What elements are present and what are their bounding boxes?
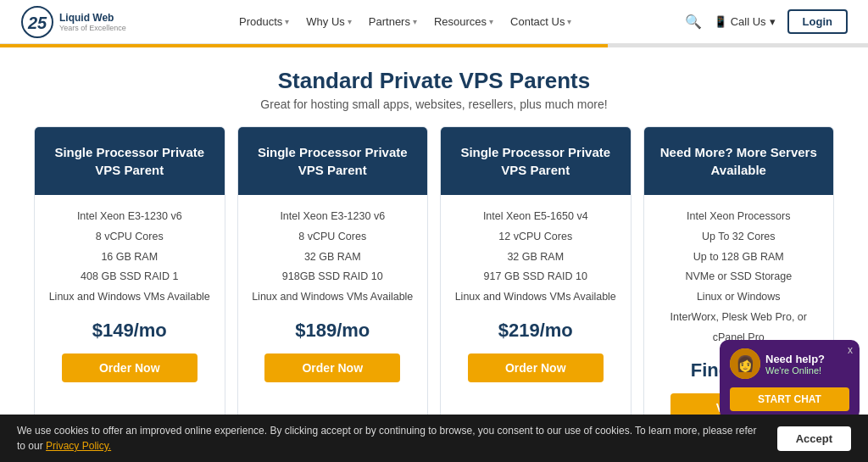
standard-section-subtitle: Great for hosting small apps, websites, … bbox=[34, 97, 834, 111]
start-chat-button[interactable]: START CHAT bbox=[730, 387, 849, 411]
card-3-header: Single Processor Private VPS Parent bbox=[441, 127, 631, 195]
card-1-body: Intel Xeon E3-1230 v6 8 vCPU Cores 16 GB… bbox=[35, 195, 225, 434]
cookie-text: We use cookies to offer an improved onli… bbox=[17, 423, 777, 454]
standard-card-2: Single Processor Private VPS Parent Inte… bbox=[237, 126, 429, 435]
card-4-specs: Intel Xeon Processors Up To 32 Cores Up … bbox=[658, 207, 821, 348]
chat-title: Need help? bbox=[765, 353, 825, 365]
chat-header: 👩 Need help? We're Online! bbox=[730, 348, 849, 379]
standard-section-title: Standard Private VPS Parents bbox=[34, 68, 834, 94]
logo-subtext: Years of Excellence bbox=[59, 24, 126, 32]
card-3-specs: Intel Xeon E5-1650 v4 12 vCPU Cores 32 G… bbox=[455, 207, 616, 308]
chat-status: We're Online! bbox=[765, 365, 825, 376]
card-3-order-button[interactable]: Order Now bbox=[468, 353, 604, 382]
card-1-header: Single Processor Private VPS Parent bbox=[35, 127, 225, 195]
chevron-down-icon: ▾ bbox=[413, 17, 417, 26]
nav-products[interactable]: Products ▾ bbox=[239, 15, 289, 28]
nav-contact[interactable]: Contact Us ▾ bbox=[510, 15, 571, 28]
svg-text:25: 25 bbox=[27, 14, 47, 32]
standard-card-3: Single Processor Private VPS Parent Inte… bbox=[440, 126, 632, 435]
card-4-header: Need More? More Servers Available bbox=[644, 127, 834, 195]
card-2-order-button[interactable]: Order Now bbox=[264, 353, 400, 382]
navbar: 25 Liquid Web Years of Excellence Produc… bbox=[0, 0, 868, 44]
card-2-body: Intel Xeon E3-1230 v6 8 vCPU Cores 32 GB… bbox=[238, 195, 428, 434]
search-icon[interactable]: 🔍 bbox=[685, 14, 702, 30]
nav-partners[interactable]: Partners ▾ bbox=[369, 15, 417, 28]
standard-card-1: Single Processor Private VPS Parent Inte… bbox=[34, 126, 225, 435]
card-3-body: Intel Xeon E5-1650 v4 12 vCPU Cores 32 G… bbox=[441, 195, 631, 434]
card-1-price: $149/mo bbox=[92, 320, 167, 342]
chevron-down-icon: ▾ bbox=[285, 17, 289, 26]
chevron-down-icon: ▾ bbox=[348, 17, 352, 26]
nav-resources[interactable]: Resources ▾ bbox=[434, 15, 493, 28]
phone-icon: 📱 bbox=[714, 15, 727, 28]
standard-cards-grid: Single Processor Private VPS Parent Inte… bbox=[34, 126, 834, 435]
chevron-down-icon: ▾ bbox=[489, 17, 493, 26]
nav-links: Products ▾ Why Us ▾ Partners ▾ Resources… bbox=[239, 15, 571, 28]
login-button[interactable]: Login bbox=[787, 9, 848, 34]
logo-icon: 25 bbox=[20, 5, 54, 39]
card-2-specs: Intel Xeon E3-1230 v6 8 vCPU Cores 32 GB… bbox=[252, 207, 413, 308]
logo-text: Liquid Web bbox=[59, 12, 126, 24]
card-3-price: $219/mo bbox=[498, 320, 573, 342]
cookie-banner: We use cookies to offer an improved onli… bbox=[0, 415, 868, 462]
privacy-policy-link[interactable]: Privacy Policy. bbox=[46, 440, 111, 452]
nav-actions: 🔍 📱 Call Us ▾ Login bbox=[685, 9, 848, 34]
card-2-header: Single Processor Private VPS Parent bbox=[238, 127, 428, 195]
card-1-specs: Intel Xeon E3-1230 v6 8 vCPU Cores 16 GB… bbox=[49, 207, 210, 308]
nav-why-us[interactable]: Why Us ▾ bbox=[306, 15, 352, 28]
call-button[interactable]: 📱 Call Us ▾ bbox=[714, 15, 776, 28]
chat-widget: x 👩 Need help? We're Online! START CHAT bbox=[720, 340, 860, 420]
card-2-price: $189/mo bbox=[295, 320, 370, 342]
logo: 25 Liquid Web Years of Excellence bbox=[20, 5, 126, 39]
accept-cookie-button[interactable]: Accept bbox=[777, 426, 851, 451]
chat-avatar: 👩 bbox=[730, 348, 760, 379]
chevron-down-icon: ▾ bbox=[770, 15, 776, 28]
chat-close-button[interactable]: x bbox=[848, 344, 853, 356]
card-1-order-button[interactable]: Order Now bbox=[62, 353, 198, 382]
chevron-down-icon: ▾ bbox=[567, 17, 571, 26]
